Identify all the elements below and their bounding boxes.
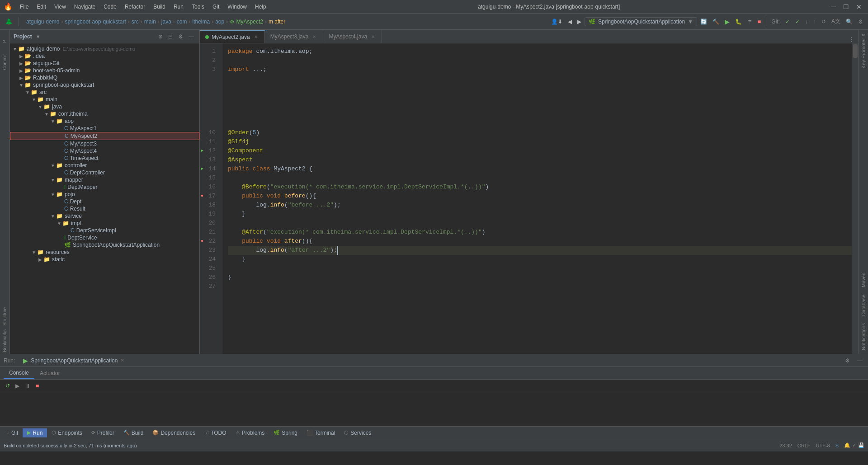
tab-myaspect4[interactable]: MyAspect4.java ✕ — [323, 30, 382, 43]
tree-item-timeaspect[interactable]: C TimeAspect — [10, 155, 199, 162]
footer-services-button[interactable]: ⬡ Services — [340, 428, 376, 437]
notification-icon[interactable]: 🔔 — [844, 442, 850, 448]
git-arrow2[interactable]: ↑ — [811, 17, 818, 26]
tree-item-mapper[interactable]: ▼ 📁 mapper — [10, 176, 199, 183]
forward-button[interactable]: ▶ — [575, 17, 584, 26]
translate-button[interactable]: A文 — [829, 16, 843, 27]
breadcrumb-method[interactable]: m after — [269, 19, 285, 25]
notifications-label[interactable]: Notifications — [859, 319, 868, 354]
tree-item-impl[interactable]: ▼ 📁 impl — [10, 220, 199, 227]
tree-item-controller[interactable]: ▼ 📁 controller — [10, 162, 199, 169]
maven-label[interactable]: Maven — [859, 269, 868, 291]
breadcrumb-module[interactable]: springboot-aop-quickstart — [65, 19, 126, 25]
breadcrumb-itheima[interactable]: itheima — [193, 19, 210, 25]
tree-item-myaspect4[interactable]: C MyAspect4 — [10, 147, 199, 155]
git-arrow[interactable]: ↓ — [803, 17, 810, 26]
tree-item-springboot-app[interactable]: 🌿 SpringbootAopQuickstartApplication — [10, 241, 199, 249]
tree-item-atguigu-demo[interactable]: ▼ 📁 atguigu-demo E:\idea-workspace\atgui… — [10, 45, 199, 52]
pause-button[interactable]: ⏸ — [23, 382, 32, 390]
database-label[interactable]: Database — [859, 291, 868, 319]
git-check[interactable]: ✓ — [783, 17, 792, 26]
back-button[interactable]: ◀ — [566, 17, 574, 26]
menu-run[interactable]: Run — [170, 3, 187, 11]
code-content[interactable]: package com.itheima.aop; import ...; @Or… — [222, 43, 852, 354]
footer-spring-button[interactable]: 🌿 Spring — [269, 428, 302, 437]
menu-tools[interactable]: Tools — [188, 3, 208, 11]
maximize-button[interactable]: ☐ — [840, 3, 852, 11]
tree-item-boot-web[interactable]: ▶ 📂 boot-web-05-admin — [10, 67, 199, 74]
footer-todo-button[interactable]: ☑ TODO — [200, 428, 231, 437]
menu-view[interactable]: View — [51, 3, 70, 11]
tree-item-resources[interactable]: ▼ 📁 resources — [10, 249, 199, 256]
search-button[interactable]: 🔍 — [844, 17, 855, 26]
tree-item-idea[interactable]: ▶ 📂 .idea — [10, 52, 199, 60]
minimize-button[interactable]: ─ — [828, 3, 839, 11]
footer-build-button[interactable]: 🔨 Build — [119, 428, 148, 437]
vcs-user-button[interactable]: 👤⬇ — [549, 17, 565, 26]
activity-commit[interactable]: Commit — [1, 52, 8, 71]
settings-button[interactable]: ⚙ — [856, 17, 865, 26]
tab-close-button[interactable]: ✕ — [311, 34, 317, 40]
tree-settings-button[interactable]: ⚙ — [176, 33, 185, 41]
collapse-all-button[interactable]: ⊟ — [166, 33, 175, 41]
menu-help[interactable]: Help — [251, 3, 270, 11]
gutter-run-icon[interactable]: ▶ — [201, 146, 203, 155]
code-editor[interactable]: 1 2 3 10 11 ▶ 12 13 — [200, 43, 858, 354]
footer-run-button[interactable]: ▶ Run — [23, 428, 47, 437]
panel-minimize-button[interactable]: — — [855, 357, 864, 365]
tasks-icon[interactable]: ✓ — [852, 442, 856, 448]
gutter-error-icon-17[interactable]: ● — [201, 192, 203, 201]
restart-button[interactable]: ↺ — [4, 382, 12, 390]
locate-file-button[interactable]: ⊕ — [156, 33, 165, 41]
activity-bookmarks[interactable]: Bookmarks — [1, 328, 8, 354]
stop-button[interactable]: ■ — [755, 17, 763, 26]
code-scroll-indicator[interactable] — [852, 43, 858, 354]
tree-item-rabbitmq[interactable]: ▶ 📂 RabbitMQ — [10, 74, 199, 81]
breadcrumb-src[interactable]: src — [132, 19, 139, 25]
breadcrumb-project[interactable]: atguigu-demo — [26, 19, 59, 25]
tab-myaspect3[interactable]: MyAspect3.java ✕ — [265, 30, 324, 43]
menu-refactor[interactable]: Refactor — [121, 3, 149, 11]
tab-close-button[interactable]: ✕ — [370, 34, 376, 40]
recent-files-button[interactable]: ⋮ — [844, 36, 858, 43]
menu-build[interactable]: Build — [150, 3, 169, 11]
tree-item-deptservice[interactable]: I DeptService — [10, 234, 199, 241]
project-tree-button[interactable]: 🌲 — [3, 17, 15, 27]
breadcrumb-com[interactable]: com — [177, 19, 187, 25]
breadcrumb-main[interactable]: main — [144, 19, 156, 25]
git-history[interactable]: ↺ — [819, 17, 828, 26]
tree-item-springboot-aop[interactable]: ▼ 📁 springboot-aop-quickstart — [10, 81, 199, 89]
footer-problems-button[interactable]: ⚠ Problems — [231, 428, 269, 437]
tree-item-main[interactable]: ▼ 📁 main — [10, 96, 199, 103]
panel-settings-button[interactable]: ⚙ — [843, 357, 852, 365]
tree-item-com-itheima[interactable]: ▼ 📁 com.itheima — [10, 110, 199, 117]
menu-code[interactable]: Code — [100, 3, 120, 11]
tree-item-deptmapper[interactable]: I DeptMapper — [10, 183, 199, 191]
tree-item-aop[interactable]: ▼ 📁 aop — [10, 117, 199, 125]
tree-item-result[interactable]: C Result — [10, 205, 199, 212]
tree-item-src[interactable]: ▼ 📁 src — [10, 89, 199, 96]
coverage-button[interactable]: ☂ — [745, 17, 755, 26]
run-button[interactable]: ▶ — [722, 17, 732, 27]
activity-structure[interactable]: Structure — [1, 305, 8, 328]
gutter-error-icon-22[interactable]: ● — [201, 237, 203, 246]
footer-terminal-button[interactable]: ⬛ Terminal — [302, 428, 340, 437]
debug-button[interactable]: 🐛 — [733, 17, 744, 26]
line-separator[interactable]: CRLF — [797, 443, 811, 448]
run-tab[interactable]: ▶ SpringbootAopQuickstartApplication ✕ — [19, 355, 129, 366]
close-button[interactable]: ✕ — [854, 3, 864, 11]
tree-item-java[interactable]: ▼ 📁 java — [10, 103, 199, 110]
tree-item-service[interactable]: ▼ 📁 service — [10, 212, 199, 220]
git-label[interactable]: Git: — [769, 17, 782, 26]
tree-item-atguigu-git[interactable]: ▶ 📂 atguigu-Git — [10, 60, 199, 67]
key-promoter-label[interactable]: Key Promoter X — [859, 30, 868, 72]
tree-item-pojo[interactable]: ▼ 📁 pojo — [10, 191, 199, 198]
run-config-selector[interactable]: 🌿 SpringbootAopQuickstartApplication ▼ — [585, 17, 697, 26]
tree-item-myaspect1[interactable]: C MyAspect1 — [10, 125, 199, 132]
activity-project[interactable]: P — [0, 30, 10, 52]
menu-edit[interactable]: Edit — [33, 3, 50, 11]
tree-item-deptserviceimpl[interactable]: C DeptServiceImpl — [10, 227, 199, 234]
file-encoding[interactable]: UTF-8 — [816, 443, 830, 448]
footer-dependencies-button[interactable]: 📦 Dependencies — [148, 428, 200, 437]
tree-item-static[interactable]: ▶ 📁 static — [10, 256, 199, 263]
